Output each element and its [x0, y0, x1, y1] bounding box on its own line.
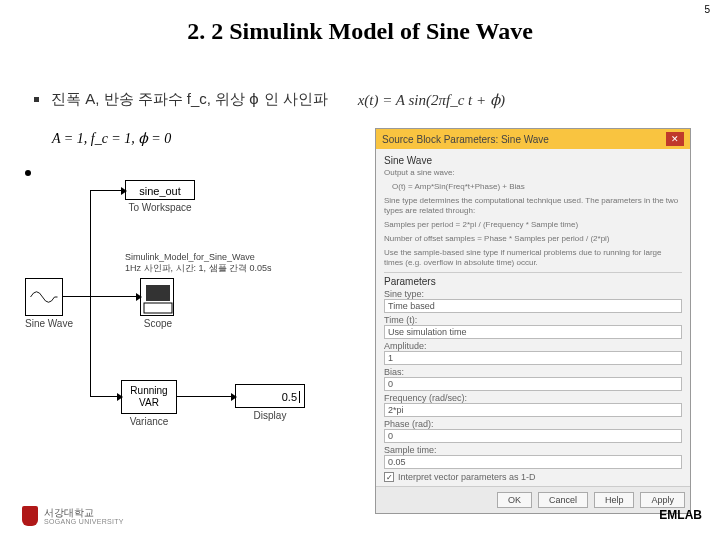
- bullet-dot: [34, 97, 39, 102]
- page-title: 2. 2 Simulink Model of Sine Wave: [0, 18, 720, 45]
- wire-junction: [25, 170, 31, 176]
- simulink-diagram: Sine Wave sine_out To Workspace Simulink…: [25, 170, 365, 470]
- sine-wave-block[interactable]: [25, 278, 63, 316]
- formula-sine: x(t) = A sin(2πf_c t + ϕ): [358, 91, 505, 109]
- dialog-formula: O(t) = Amp*Sin(Freq*t+Phase) + Bias: [384, 182, 682, 192]
- bias-label: Bias:: [384, 367, 682, 377]
- sine-type-select[interactable]: Time based: [384, 299, 682, 313]
- apply-button[interactable]: Apply: [640, 492, 685, 508]
- ok-button[interactable]: OK: [497, 492, 532, 508]
- university-name-kr: 서강대학교: [44, 508, 124, 518]
- scope-block[interactable]: [140, 278, 174, 316]
- params-line: A = 1, f_c = 1, ϕ = 0: [52, 130, 171, 147]
- help-button[interactable]: Help: [594, 492, 635, 508]
- scope-label: Scope: [135, 318, 181, 329]
- dialog-section: Sine Wave: [384, 155, 682, 166]
- svg-rect-1: [144, 303, 172, 313]
- arrow-head-icon: [117, 393, 123, 401]
- university-logo: 서강대학교 SOGANG UNIVERSITY: [22, 506, 124, 526]
- wire: [177, 396, 235, 397]
- sine-icon: [29, 284, 59, 310]
- time-select[interactable]: Use simulation time: [384, 325, 682, 339]
- sine-type-label: Sine type:: [384, 289, 424, 299]
- svg-rect-0: [146, 285, 170, 301]
- amplitude-label: Amplitude:: [384, 341, 682, 351]
- wire: [90, 190, 125, 191]
- diagram-title: Simulink_Model_for_Sine_Wave 1Hz 사인파, 시간…: [125, 252, 355, 275]
- block-parameters-dialog: Source Block Parameters: Sine Wave ✕ Sin…: [375, 128, 691, 514]
- interpret-1d-checkbox[interactable]: ✓: [384, 472, 394, 482]
- amplitude-input[interactable]: 1: [384, 351, 682, 365]
- dialog-desc: Number of offset samples = Phase * Sampl…: [384, 234, 682, 244]
- arrow-head-icon: [121, 187, 127, 195]
- bullet-row: 진폭 A, 반송 주파수 f_c, 위상 ϕ 인 사인파 x(t) = A si…: [34, 90, 700, 109]
- scope-icon: [141, 279, 175, 317]
- phase-label: Phase (rad):: [384, 419, 682, 429]
- bullet-text-kr: 진폭 A, 반송 주파수 f_c, 위상 ϕ 인 사인파: [51, 90, 328, 109]
- sine-wave-label: Sine Wave: [19, 318, 79, 329]
- dialog-desc: Samples per period = 2*pi / (Frequency *…: [384, 220, 682, 230]
- sampletime-label: Sample time:: [384, 445, 682, 455]
- dialog-desc: Use the sample-based sine type if numeri…: [384, 248, 682, 268]
- cancel-button[interactable]: Cancel: [538, 492, 588, 508]
- dialog-desc: Sine type determines the computational t…: [384, 196, 682, 216]
- to-workspace-block[interactable]: sine_out: [125, 180, 195, 200]
- variance-block[interactable]: RunningVAR: [121, 380, 177, 414]
- arrow-head-icon: [136, 293, 142, 301]
- params-heading: Parameters: [384, 276, 682, 287]
- university-name-en: SOGANG UNIVERSITY: [44, 518, 124, 525]
- bias-input[interactable]: 0: [384, 377, 682, 391]
- display-block[interactable]: 0.5: [235, 384, 305, 408]
- to-workspace-label: To Workspace: [115, 202, 205, 213]
- arrow-head-icon: [231, 393, 237, 401]
- shield-icon: [22, 506, 38, 526]
- frequency-input[interactable]: 2*pi: [384, 403, 682, 417]
- wire: [90, 296, 91, 397]
- wire: [63, 296, 140, 297]
- sampletime-input[interactable]: 0.05: [384, 455, 682, 469]
- wire: [90, 190, 91, 296]
- frequency-label: Frequency (rad/sec):: [384, 393, 682, 403]
- phase-input[interactable]: 0: [384, 429, 682, 443]
- lab-name: EMLAB: [659, 508, 702, 522]
- dialog-desc: Output a sine wave:: [384, 168, 682, 178]
- dialog-title-text: Source Block Parameters: Sine Wave: [382, 134, 549, 145]
- close-icon[interactable]: ✕: [666, 132, 684, 146]
- variance-label: Variance: [121, 416, 177, 427]
- interpret-1d-label: Interpret vector parameters as 1-D: [398, 472, 536, 482]
- dialog-titlebar: Source Block Parameters: Sine Wave ✕: [376, 129, 690, 149]
- time-label: Time (t):: [384, 315, 417, 325]
- display-label: Display: [235, 410, 305, 421]
- page-number: 5: [704, 4, 710, 15]
